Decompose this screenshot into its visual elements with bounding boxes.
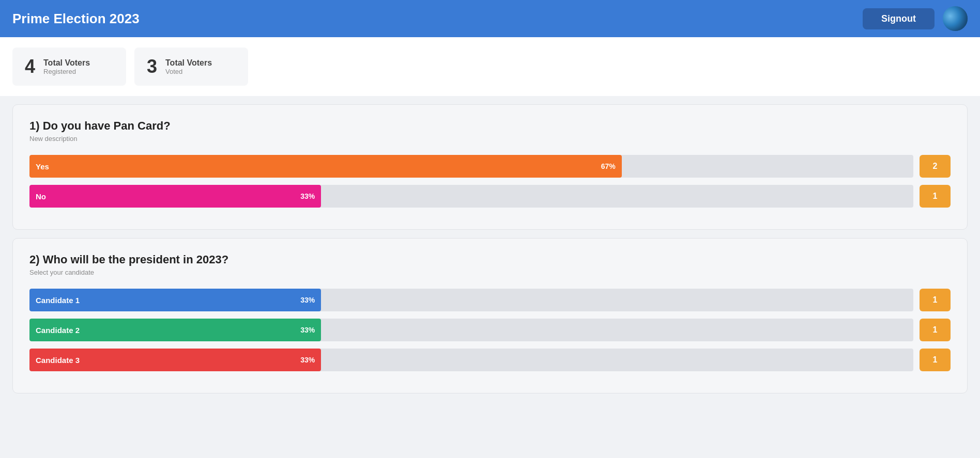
stat-registered-info: Total Voters Registered <box>43 58 90 75</box>
bar-pct-q2-o1: 33% <box>300 296 315 304</box>
poll-row-q1-o2: No33%1 <box>29 185 951 208</box>
bar-container-q1-o2: No33% <box>29 185 913 208</box>
question-desc-2: Select your candidate <box>29 269 951 276</box>
signout-button[interactable]: Signout <box>863 8 935 29</box>
question-title-2: 2) Who will be the president in 2023? <box>29 253 951 266</box>
question-card-1: 1) Do you have Pan Card?New descriptionY… <box>12 104 968 230</box>
bar-option-label-q1-o2: No <box>36 192 46 201</box>
bar-pct-q1-o1: 67% <box>601 162 616 170</box>
poll-row-q1-o1: Yes67%2 <box>29 155 951 178</box>
bar-fill-q2-o3: Candidate 333% <box>29 349 321 371</box>
question-desc-1: New description <box>29 135 951 143</box>
vote-count-badge-q2-o1: 1 <box>920 289 951 311</box>
vote-count-badge-q1-o2: 1 <box>920 185 951 208</box>
stat-voted-number: 3 <box>147 56 157 77</box>
bar-pct-q2-o3: 33% <box>300 356 315 364</box>
question-title-1: 1) Do you have Pan Card? <box>29 119 951 133</box>
app-title: Prime Election 2023 <box>12 11 140 27</box>
vote-count-badge-q1-o1: 2 <box>920 155 951 178</box>
stat-card-registered: 4 Total Voters Registered <box>12 48 126 86</box>
bar-container-q2-o2: Candidate 233% <box>29 319 913 341</box>
stat-registered-label: Total Voters <box>43 58 90 68</box>
vote-count-badge-q2-o2: 1 <box>920 319 951 341</box>
bar-pct-q2-o2: 33% <box>300 326 315 334</box>
stat-voted-sublabel: Voted <box>165 68 212 75</box>
bar-option-label-q2-o3: Candidate 3 <box>36 356 80 365</box>
bar-container-q2-o1: Candidate 133% <box>29 289 913 311</box>
header-actions: Signout <box>863 6 968 31</box>
question-card-2: 2) Who will be the president in 2023?Sel… <box>12 238 968 393</box>
bar-option-label-q1-o1: Yes <box>36 162 49 171</box>
app-header: Prime Election 2023 Signout <box>0 0 980 37</box>
bar-pct-q1-o2: 33% <box>300 192 315 200</box>
bar-container-q1-o1: Yes67% <box>29 155 913 178</box>
avatar[interactable] <box>943 6 968 31</box>
poll-row-q2-o2: Candidate 233%1 <box>29 319 951 341</box>
bar-option-label-q2-o1: Candidate 1 <box>36 296 80 305</box>
bar-option-label-q2-o2: Candidate 2 <box>36 326 80 335</box>
stat-card-voted: 3 Total Voters Voted <box>134 48 248 86</box>
poll-row-q2-o3: Candidate 333%1 <box>29 349 951 371</box>
stat-registered-number: 4 <box>25 56 35 77</box>
bar-fill-q2-o2: Candidate 233% <box>29 319 321 341</box>
stats-row: 4 Total Voters Registered 3 Total Voters… <box>0 37 980 96</box>
bar-fill-q1-o1: Yes67% <box>29 155 622 178</box>
vote-count-badge-q2-o3: 1 <box>920 349 951 371</box>
bar-fill-q1-o2: No33% <box>29 185 321 208</box>
stat-registered-sublabel: Registered <box>43 68 90 75</box>
stat-voted-label: Total Voters <box>165 58 212 68</box>
bar-container-q2-o3: Candidate 333% <box>29 349 913 371</box>
bar-fill-q2-o1: Candidate 133% <box>29 289 321 311</box>
poll-row-q2-o1: Candidate 133%1 <box>29 289 951 311</box>
main-content: 1) Do you have Pan Card?New descriptionY… <box>0 96 980 402</box>
stat-voted-info: Total Voters Voted <box>165 58 212 75</box>
